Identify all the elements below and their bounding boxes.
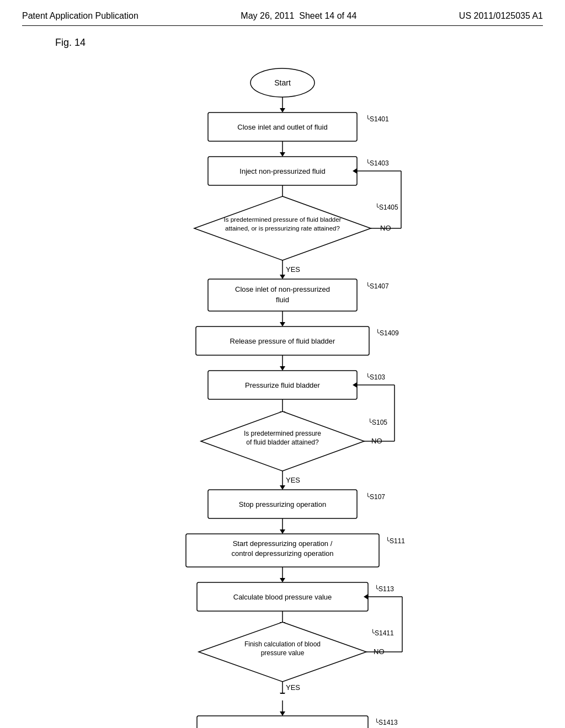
flowchart-svg: Start Close inlet and outlet of fluid ╰S… [76,60,489,694]
s1407-t1: Close inlet of non-pressurized [235,285,330,293]
s105-t1: Is predetermined pressure [244,430,321,437]
s1409-text: Release pressure of fluid bladder [230,337,335,345]
page: Patent Application Publication May 26, 2… [0,0,565,728]
s103-label: ╰S103 [366,373,385,381]
s1407-label: ╰S1407 [366,282,389,290]
flowchart-main: Start Close inlet and outlet of fluid ╰S… [22,60,543,694]
svg-marker-15 [280,366,285,371]
s111-t1: Start depressurizing operation / [233,539,333,548]
start-text: Start [274,78,291,87]
s1403-label: ╰S1403 [366,159,389,167]
header-right: US 2011/0125035 A1 [459,11,543,21]
flowchart-bottom-section: Discharge non-pressurized fluid ╰S1413 D… [0,700,565,728]
s107-text: Stop pressurizing operation [239,500,326,508]
s1411-t1: Finish calculation of blood [244,640,321,648]
s1411-yes: YES [286,683,300,692]
s105-yes: YES [286,476,300,484]
s1403-text: Inject non-pressurized fluid [239,167,325,175]
svg-marker-35 [280,693,285,694]
s1405-yes: YES [286,265,300,274]
s1405-label: ╰S1405 [375,203,398,211]
svg-marker-1 [280,108,285,113]
svg-marker-23 [280,485,285,490]
s1407-box [208,279,357,311]
s1411-t2: pressure value [261,649,305,657]
header-center-date: May 26, 2011 Sheet 14 of 44 [241,11,356,21]
s1413-label: ╰S1413 [375,718,398,726]
s1409-label: ╰S1409 [376,329,399,337]
s1407-t2: fluid [276,296,289,304]
s113-label: ╰S113 [375,585,394,593]
svg-marker-37 [280,711,285,716]
s103-text: Pressurize fluid bladder [245,381,321,389]
figure-label: Fig. 14 [55,37,543,49]
s111-label: ╰S111 [386,537,405,545]
svg-marker-13 [280,322,285,326]
svg-marker-25 [280,529,285,534]
s1405-t2: attained, or is pressurizing rate attain… [225,225,340,232]
s1405-t1: Is predetermined pressure of fluid bladd… [224,216,342,223]
s1401-label: ╰S1401 [366,115,389,123]
s111-t2: control depressurizing operation [232,549,334,558]
s1411-label: ╰S1411 [371,629,394,637]
s113-text: Calculate blood pressure value [233,593,332,601]
header-left: Patent Application Publication [22,11,138,21]
svg-marker-3 [280,152,285,157]
flowchart-bottom-svg: Discharge non-pressurized fluid ╰S1413 D… [76,700,489,728]
s1401-text: Close inlet and outlet of fluid [237,123,327,131]
s105-label: ╰S105 [368,418,387,426]
svg-marker-11 [280,275,285,279]
s105-t2: of fluid bladder attained? [246,438,319,446]
s107-label: ╰S107 [366,493,385,501]
page-header: Patent Application Publication May 26, 2… [22,11,543,26]
svg-marker-27 [280,578,285,582]
